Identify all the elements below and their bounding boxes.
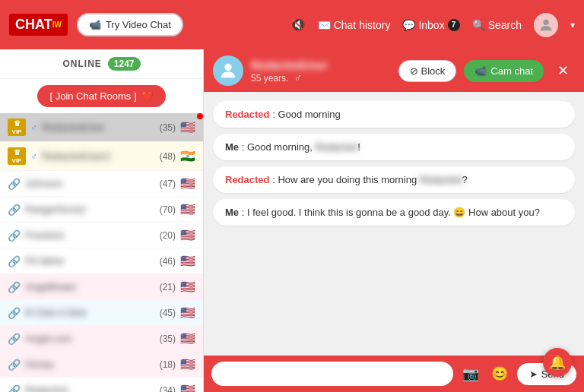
chat-history-icon: ✉️ xyxy=(318,19,331,31)
list-item[interactable]: 🔗 Johnson (47) 🇺🇸 xyxy=(0,171,203,197)
message-text: : Good morning, Redacted! xyxy=(242,141,360,153)
inbox-icon: 💬 xyxy=(402,19,415,31)
flag-icon: 🇺🇸 xyxy=(180,383,195,392)
svg-point-0 xyxy=(543,19,548,24)
gender-icon: 🔗 xyxy=(8,307,21,319)
svg-point-1 xyxy=(224,64,231,71)
chat-area: RedactedUser 55 years. ♂ ⊘ Block 📹 Cam c… xyxy=(204,49,584,392)
list-item[interactable]: 🔗 Freedom (20) 🇺🇸 xyxy=(0,223,203,248)
vip-badge: ♛VIP xyxy=(8,119,26,136)
cam-icon: 📹 xyxy=(474,65,487,77)
list-item[interactable]: 🔗 Angelflower (21) 🇺🇸 xyxy=(0,274,203,300)
flag-icon: 🇺🇸 xyxy=(180,120,195,134)
list-item[interactable]: ♛VIP ♂ RedactedUser2 (48) 🇮🇳 xyxy=(0,142,203,171)
user-age: (45) xyxy=(160,308,176,318)
username: Angelflower xyxy=(25,281,155,292)
message-sender: Me xyxy=(225,141,239,153)
user-age: (20) xyxy=(160,230,176,241)
message-bubble: Redacted : How are you doing this mornin… xyxy=(213,166,575,193)
list-item[interactable]: ♛VIP ♂ RedactedUser (35) 🇺🇸 xyxy=(0,113,203,142)
online-count: 1247 xyxy=(108,57,141,71)
username: RedactedUser2 xyxy=(42,150,155,162)
gender-icon: 🔗 xyxy=(8,281,21,293)
username: R Club 4 Girls xyxy=(25,307,155,318)
user-age: (48) xyxy=(160,151,176,162)
username: Angel.com xyxy=(25,333,155,344)
message-sender: Redacted xyxy=(225,109,270,120)
user-age: (34) xyxy=(160,385,176,393)
gender-icon: 🔗 xyxy=(8,204,21,216)
flag-icon: 🇺🇸 xyxy=(180,228,195,242)
chat-history-nav[interactable]: ✉️ Chat history xyxy=(318,19,391,31)
video-icon: 📹 xyxy=(89,19,101,30)
gender-icon: 🔗 xyxy=(8,178,21,190)
gender-icon: 🔗 xyxy=(8,229,21,242)
emoji-button[interactable]: 😊 xyxy=(488,362,511,385)
online-label: ONLINE xyxy=(62,58,101,69)
flag-icon: 🇺🇸 xyxy=(180,305,195,320)
video-chat-button[interactable]: 📹 Try Video Chat xyxy=(77,13,183,36)
block-label: Block xyxy=(421,65,446,77)
gender-icon: 🔗 xyxy=(8,333,21,345)
flag-icon: 🇺🇸 xyxy=(180,176,195,191)
search-nav[interactable]: 🔍 Search xyxy=(472,19,522,31)
user-age: (18) xyxy=(160,359,176,370)
header-nav: 🔇 ✉️ Chat history 💬 Inbox 7 🔍 Search ▾ xyxy=(290,13,575,37)
message-input[interactable] xyxy=(211,362,453,386)
mute-icon[interactable]: 🔇 xyxy=(290,17,306,32)
user-avatar[interactable] xyxy=(534,13,558,37)
online-bar: ONLINE 1247 xyxy=(0,49,203,79)
user-age: (46) xyxy=(160,256,176,267)
inbox-badge: 7 xyxy=(448,19,460,31)
chat-user-avatar xyxy=(213,55,243,86)
username: Redacted xyxy=(25,384,155,392)
main-layout: ONLINE 1247 [ Join Chat Rooms ] ❤️ ♛VIP … xyxy=(0,49,584,392)
list-item[interactable]: 🔗 Redacted (34) 🇺🇸 xyxy=(0,378,203,392)
flag-icon: 🇺🇸 xyxy=(180,202,195,217)
list-item[interactable]: 🔗 Angel.com (35) 🇺🇸 xyxy=(0,326,203,352)
messages-container: Redacted : Good morning Me : Good mornin… xyxy=(204,92,584,356)
notification-bell[interactable]: 🔔 xyxy=(543,348,572,377)
list-item[interactable]: 🔗 R Club 4 Girls (45) 🇺🇸 xyxy=(0,300,203,326)
user-age: (47) xyxy=(160,179,176,189)
inbox-nav[interactable]: 💬 Inbox 7 xyxy=(402,19,459,31)
list-item[interactable]: 🔗 Pit father (46) 🇺🇸 xyxy=(0,248,203,274)
username: Honey xyxy=(25,359,155,370)
list-item[interactable]: 🔗 Rangerforrest (70) 🇺🇸 xyxy=(0,197,203,223)
chat-user-info: RedactedUser 55 years. ♂ xyxy=(251,58,391,84)
search-icon: 🔍 xyxy=(472,19,485,31)
list-item[interactable]: 🔗 Honey (18) 🇺🇸 xyxy=(0,352,203,378)
user-age: (21) xyxy=(160,282,176,292)
message-sender: Me xyxy=(225,207,239,218)
camera-icon-button[interactable]: 📷 xyxy=(459,362,482,385)
send-icon: ➤ xyxy=(529,368,538,380)
gender-icon: ♂ xyxy=(30,122,37,133)
logo: CHAT IW xyxy=(9,14,68,36)
user-list: ♛VIP ♂ RedactedUser (35) 🇺🇸 ♛VIP ♂ Redac… xyxy=(0,113,203,392)
inbox-label: Inbox xyxy=(418,19,444,31)
user-age: (70) xyxy=(160,204,176,215)
vip-badge: ♛VIP xyxy=(8,147,26,165)
gender-icon: 🔗 xyxy=(8,359,21,371)
chevron-down-icon[interactable]: ▾ xyxy=(570,20,575,30)
flag-icon: 🇺🇸 xyxy=(180,331,195,346)
flag-icon: 🇺🇸 xyxy=(180,254,195,268)
gender-icon: 🔗 xyxy=(8,384,21,393)
gender-symbol: ♂ xyxy=(294,71,303,84)
gender-icon: 🔗 xyxy=(8,255,21,267)
user-age: (35) xyxy=(160,334,176,344)
join-chat-rooms-button[interactable]: [ Join Chat Rooms ] ❤️ xyxy=(37,85,165,107)
username: Rangerforrest xyxy=(25,204,155,215)
user-age: (35) xyxy=(160,122,176,133)
chat-input-area: 📷 😊 ➤ Send xyxy=(204,356,584,392)
message-bubble: Me : Good morning, Redacted! xyxy=(213,134,575,160)
cam-chat-button[interactable]: 📹 Cam chat xyxy=(464,60,544,82)
header: CHAT IW 📹 Try Video Chat 🔇 ✉️ Chat histo… xyxy=(0,0,584,49)
block-button[interactable]: ⊘ Block xyxy=(398,60,457,82)
close-chat-button[interactable]: ✕ xyxy=(551,59,575,82)
message-text: : Good morning xyxy=(272,109,341,120)
message-sender: Redacted xyxy=(225,174,270,185)
username: Freedom xyxy=(25,229,155,241)
video-chat-label: Try Video Chat xyxy=(106,19,171,30)
username: Johnson xyxy=(25,178,155,189)
